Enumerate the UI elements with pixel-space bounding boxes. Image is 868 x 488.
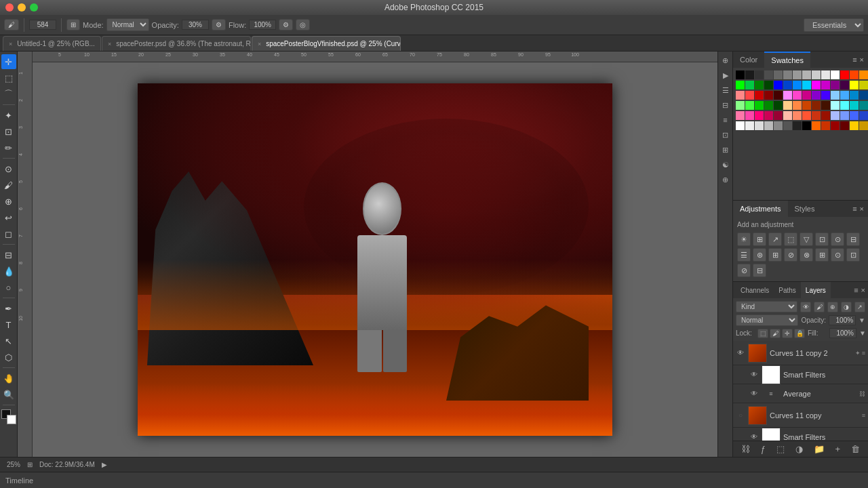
adj-curves[interactable]: ↗ bbox=[768, 232, 782, 246]
tab-close-2[interactable]: × bbox=[108, 41, 111, 47]
clone-tool[interactable]: ⊕ bbox=[1, 194, 16, 209]
tab-close-1[interactable]: × bbox=[9, 41, 12, 47]
swatch[interactable] bbox=[793, 121, 802, 130]
layer-folder-btn[interactable]: 📁 bbox=[814, 444, 825, 454]
swatch[interactable] bbox=[755, 91, 764, 100]
swatch[interactable] bbox=[764, 101, 773, 110]
adj-threshold[interactable]: ⊞ bbox=[815, 248, 829, 262]
panel-icon-2[interactable]: ▶ bbox=[719, 69, 732, 81]
layer-options-curves11copy2[interactable]: ≡ bbox=[862, 350, 865, 357]
lock-transparent[interactable]: ⬚ bbox=[757, 329, 768, 338]
essentials-select[interactable]: Essentials bbox=[804, 18, 864, 32]
swatch[interactable] bbox=[802, 70, 811, 79]
swatch[interactable] bbox=[793, 111, 802, 120]
mode-select[interactable]: Normal bbox=[106, 18, 149, 31]
brush-preset-btn[interactable]: ⊞ bbox=[66, 19, 80, 30]
swatch[interactable] bbox=[793, 70, 802, 79]
adj-invert[interactable]: ⊘ bbox=[784, 248, 797, 262]
swatches-options-icon[interactable]: ≡ bbox=[852, 56, 856, 64]
layer-adj-btn[interactable]: ◑ bbox=[795, 444, 803, 454]
canvas-image[interactable] bbox=[138, 83, 612, 436]
swatch[interactable] bbox=[745, 101, 754, 110]
swatch-green[interactable] bbox=[736, 81, 745, 89]
swatch[interactable] bbox=[745, 81, 754, 89]
swatch[interactable] bbox=[774, 121, 783, 130]
spot-heal-tool[interactable]: ⊙ bbox=[1, 161, 16, 176]
adj-options-icon[interactable]: ≡ bbox=[852, 205, 856, 213]
swatch[interactable] bbox=[802, 111, 811, 120]
opacity-value-input[interactable]: 100% bbox=[829, 315, 856, 325]
adj-posterize[interactable]: ⊗ bbox=[800, 248, 813, 262]
swatch[interactable] bbox=[840, 101, 849, 110]
quick-select-tool[interactable]: ✦ bbox=[1, 108, 16, 123]
panel-icon-9[interactable]: ⊕ bbox=[719, 174, 732, 186]
tab-close-3[interactable]: × bbox=[258, 41, 261, 47]
tab-untitled[interactable]: × Untitled-1 @ 25% (RGB... bbox=[3, 36, 101, 51]
swatch[interactable] bbox=[821, 111, 830, 120]
swatch[interactable] bbox=[736, 121, 745, 130]
swatch[interactable] bbox=[745, 91, 754, 100]
swatch[interactable] bbox=[831, 81, 840, 89]
swatch[interactable] bbox=[736, 101, 745, 110]
layer-new-btn[interactable]: + bbox=[835, 444, 841, 454]
adj-vibrance[interactable]: ▽ bbox=[800, 232, 813, 246]
adj-close-icon[interactable]: × bbox=[860, 205, 864, 213]
swatch[interactable] bbox=[764, 111, 773, 120]
swatch[interactable] bbox=[821, 101, 830, 110]
swatch[interactable] bbox=[850, 121, 859, 130]
tab-paths[interactable]: Paths bbox=[774, 282, 801, 298]
swatch[interactable] bbox=[821, 81, 830, 89]
swatch[interactable] bbox=[764, 81, 773, 89]
adj-photofilter[interactable]: ☰ bbox=[737, 248, 751, 262]
zoom-icon[interactable]: ⊞ bbox=[27, 461, 33, 468]
gradient-tool[interactable]: ⊟ bbox=[1, 247, 16, 262]
swatch[interactable] bbox=[745, 70, 754, 79]
lock-image[interactable]: 🖌 bbox=[770, 329, 781, 338]
layer-curves11-copy2[interactable]: 👁 Curves 11 copy 2 ✦ ≡ bbox=[733, 341, 868, 365]
layers-kind-select[interactable]: Kind bbox=[736, 301, 797, 312]
type-tool[interactable]: T bbox=[1, 317, 16, 332]
layers-eye-icon[interactable]: 👁 bbox=[800, 302, 811, 312]
swatch[interactable] bbox=[764, 91, 773, 100]
panel-icon-7[interactable]: ⊞ bbox=[719, 144, 732, 156]
tab-styles[interactable]: Styles bbox=[788, 201, 822, 217]
swatch[interactable] bbox=[850, 111, 859, 120]
swatch-yellow[interactable] bbox=[850, 81, 859, 89]
layer-smart-filters-1[interactable]: 👁 Smart Filters bbox=[733, 365, 868, 384]
swatch[interactable] bbox=[821, 91, 830, 100]
blend-mode-select[interactable]: Normal bbox=[736, 314, 798, 326]
swatch-blue[interactable] bbox=[774, 81, 783, 89]
flow-input[interactable]: 100% bbox=[249, 20, 276, 30]
tab-adjustments[interactable]: Adjustments bbox=[733, 201, 788, 217]
layer-curves11-copy[interactable]: ○ Curves 11 copy ≡ bbox=[733, 403, 868, 428]
adj-selective-color[interactable]: ⊡ bbox=[846, 248, 860, 262]
lock-all[interactable]: 🔒 bbox=[794, 329, 805, 338]
panel-icon-8[interactable]: ☯ bbox=[719, 159, 732, 171]
layer-options-curves11copy[interactable]: ≡ bbox=[862, 412, 865, 419]
swatch[interactable] bbox=[850, 70, 859, 79]
swatch[interactable] bbox=[774, 70, 783, 79]
swatch[interactable] bbox=[783, 81, 792, 89]
fill-value-input[interactable]: 100% bbox=[829, 328, 856, 338]
shape-tool[interactable]: ⬡ bbox=[1, 350, 16, 365]
swatch[interactable] bbox=[831, 101, 840, 110]
close-button[interactable] bbox=[5, 3, 14, 12]
swatch[interactable] bbox=[859, 121, 868, 130]
layer-fx-curves11copy2[interactable]: ✦ bbox=[855, 350, 861, 357]
layer-link-btn[interactable]: ⛓ bbox=[741, 444, 750, 454]
background-color[interactable] bbox=[7, 415, 16, 424]
swatch[interactable] bbox=[764, 70, 773, 79]
panel-icon-3[interactable]: ☰ bbox=[719, 84, 732, 96]
swatch[interactable] bbox=[793, 91, 802, 100]
swatch[interactable] bbox=[745, 111, 754, 120]
adj-brightness[interactable]: ☀ bbox=[737, 232, 751, 246]
swatch[interactable] bbox=[783, 121, 792, 130]
swatch[interactable] bbox=[821, 70, 830, 79]
adj-other[interactable]: ⊟ bbox=[753, 264, 766, 277]
swatch-red[interactable] bbox=[840, 70, 849, 79]
history-brush-tool[interactable]: ↩ bbox=[1, 210, 16, 225]
swatch[interactable] bbox=[745, 121, 754, 130]
adj-bw[interactable]: ⊟ bbox=[846, 232, 860, 246]
layer-delete-btn[interactable]: 🗑 bbox=[851, 444, 860, 454]
tab-layers[interactable]: Layers bbox=[801, 282, 831, 298]
